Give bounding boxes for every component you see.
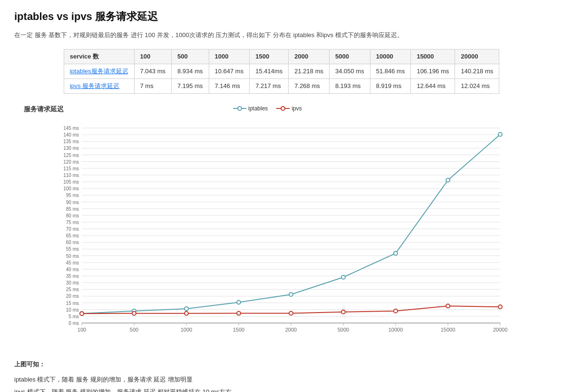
svg-text:130 ms: 130 ms: [63, 146, 79, 151]
svg-text:145 ms: 145 ms: [63, 126, 79, 131]
svg-point-95: [289, 311, 293, 315]
svg-text:2000: 2000: [285, 327, 297, 333]
legend-ipvs-label: ipvs: [291, 105, 301, 112]
svg-text:10000: 10000: [388, 327, 403, 333]
svg-text:80 ms: 80 ms: [66, 213, 79, 218]
svg-text:50 ms: 50 ms: [66, 253, 79, 258]
table-row: iptables服务请求延迟7.043 ms8.934 ms10.647 ms1…: [64, 64, 499, 78]
svg-text:40 ms: 40 ms: [66, 267, 79, 272]
table-data-cell: 10.647 ms: [209, 64, 250, 78]
svg-text:30 ms: 30 ms: [66, 280, 79, 285]
svg-text:75 ms: 75 ms: [66, 220, 79, 225]
table-header-cell: service 数: [64, 49, 134, 64]
table-header-cell: 1500: [250, 49, 289, 64]
table-data-cell: 7.146 ms: [209, 78, 250, 93]
table-data-cell: 8.934 ms: [172, 64, 209, 78]
svg-text:100: 100: [78, 327, 86, 333]
svg-point-98: [446, 304, 450, 308]
table-row: ipvs 服务请求延迟7 ms7.195 ms7.146 ms7.217 ms7…: [64, 78, 499, 93]
line-chart: 0 ms5 ms10 ms15 ms20 ms25 ms30 ms35 ms40…: [49, 118, 514, 347]
svg-point-92: [132, 311, 136, 315]
table-header-cell: 2000: [289, 49, 330, 64]
svg-text:115 ms: 115 ms: [63, 166, 79, 171]
table-header-cell: 15000: [411, 49, 455, 64]
svg-text:60 ms: 60 ms: [66, 240, 79, 245]
svg-point-1: [238, 107, 242, 110]
svg-point-90: [498, 132, 502, 136]
svg-text:35 ms: 35 ms: [66, 274, 79, 279]
description: 在一定 服务 基数下，对规则链最后的服务 进行 100 并发，1000次请求的 …: [14, 30, 549, 40]
svg-text:110 ms: 110 ms: [63, 173, 79, 178]
svg-text:140 ms: 140 ms: [63, 132, 79, 137]
table-label-cell[interactable]: ipvs 服务请求延迟: [64, 78, 134, 93]
table-header-cell: 1000: [209, 49, 250, 64]
svg-point-3: [281, 107, 285, 110]
svg-text:70 ms: 70 ms: [66, 226, 79, 232]
svg-text:135 ms: 135 ms: [63, 139, 79, 144]
table-data-cell: 140.218 ms: [455, 64, 499, 78]
svg-point-84: [184, 307, 188, 311]
svg-text:15000: 15000: [441, 327, 456, 333]
svg-text:100 ms: 100 ms: [63, 186, 79, 191]
table-data-cell: 7.268 ms: [289, 78, 330, 93]
table-data-cell: 21.218 ms: [289, 64, 330, 78]
svg-text:20 ms: 20 ms: [66, 294, 79, 299]
svg-text:5 ms: 5 ms: [68, 314, 79, 319]
table-header-cell: 5000: [330, 49, 370, 64]
svg-point-94: [237, 311, 241, 315]
chart-section: 服务请求延迟 iptables ipvs 0 ms5 ms10 ms15 ms2…: [14, 105, 549, 347]
svg-text:25 ms: 25 ms: [66, 287, 79, 292]
page-title: iptables vs ipvs 服务请求延迟: [14, 10, 549, 24]
table-data-cell: 12.644 ms: [411, 78, 455, 93]
svg-text:0 ms: 0 ms: [68, 321, 79, 326]
chart-title: 服务请求延迟: [24, 105, 100, 114]
legend-iptables-label: iptables: [248, 105, 268, 112]
data-table: service 数1005001000150020005000100001500…: [64, 49, 500, 94]
svg-text:90 ms: 90 ms: [66, 199, 79, 205]
table-data-cell: 7.043 ms: [134, 64, 171, 78]
table-data-cell: 12.024 ms: [455, 78, 499, 93]
svg-text:500: 500: [130, 327, 138, 333]
svg-text:15 ms: 15 ms: [66, 300, 79, 305]
svg-text:125 ms: 125 ms: [63, 152, 79, 157]
table-data-cell: 51.846 ms: [370, 64, 411, 78]
table-data-cell: 8.919 ms: [370, 78, 411, 93]
table-header-cell: 500: [172, 49, 209, 64]
table-label-cell[interactable]: iptables服务请求延迟: [64, 64, 134, 78]
svg-text:5000: 5000: [338, 327, 349, 333]
chart-legend: iptables ipvs: [233, 105, 302, 112]
svg-point-88: [394, 251, 398, 255]
table-header-cell: 10000: [370, 49, 411, 64]
table-data-cell: 8.193 ms: [330, 78, 370, 93]
svg-text:55 ms: 55 ms: [66, 246, 79, 252]
svg-point-93: [184, 312, 188, 315]
svg-text:120 ms: 120 ms: [63, 159, 79, 164]
table-data-cell: 7.217 ms: [250, 78, 289, 93]
table-data-cell: 106.196 ms: [411, 64, 455, 78]
table-data-cell: 15.414ms: [250, 64, 289, 78]
svg-text:1000: 1000: [181, 327, 192, 333]
svg-text:45 ms: 45 ms: [66, 260, 79, 265]
svg-text:1500: 1500: [233, 327, 244, 333]
svg-point-85: [237, 300, 241, 304]
table-header-cell: 100: [134, 49, 171, 64]
svg-point-99: [498, 305, 502, 309]
table-header-cell: 20000: [455, 49, 499, 64]
analysis-line: ipvs 模式下，随着 服务 规则的增加，服务请求 延迟 相对平稳维持在 10 …: [14, 386, 549, 392]
table-data-cell: 7.195 ms: [172, 78, 209, 93]
svg-text:95 ms: 95 ms: [66, 193, 79, 198]
chart-container: 0 ms5 ms10 ms15 ms20 ms25 ms30 ms35 ms40…: [49, 118, 514, 347]
svg-point-91: [80, 312, 84, 315]
table-data-cell: 34.050 ms: [330, 64, 370, 78]
svg-text:105 ms: 105 ms: [63, 179, 79, 185]
svg-point-89: [446, 178, 450, 182]
legend-ipvs: ipvs: [276, 105, 301, 112]
legend-iptables: iptables: [233, 105, 268, 112]
svg-text:20000: 20000: [493, 327, 508, 333]
analysis-title: 上图可知：: [14, 358, 549, 371]
svg-point-86: [289, 293, 293, 296]
svg-point-97: [394, 309, 398, 313]
svg-point-87: [341, 275, 345, 279]
svg-text:85 ms: 85 ms: [66, 206, 79, 211]
svg-text:65 ms: 65 ms: [66, 233, 79, 238]
